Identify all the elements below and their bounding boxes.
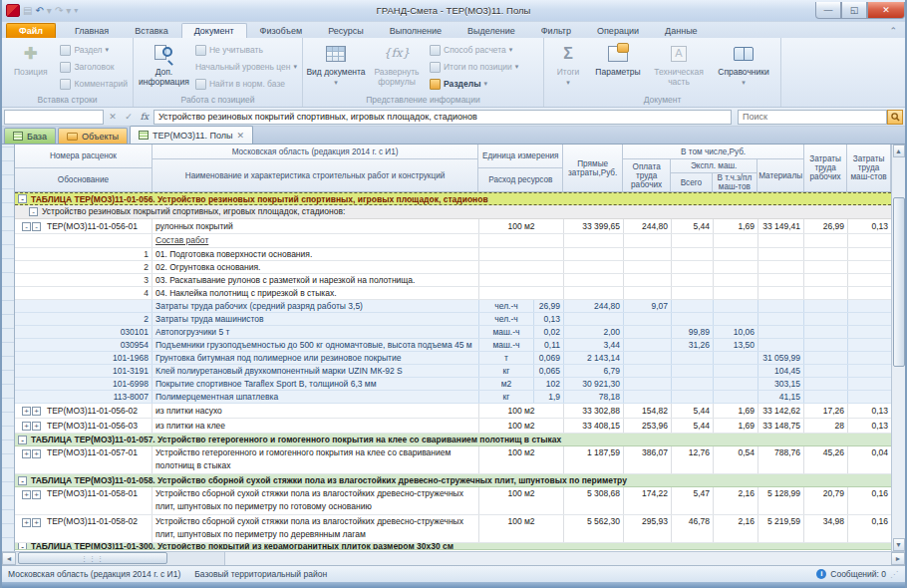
value-cell[interactable]: 2 143,14	[564, 352, 624, 364]
value-cell[interactable]: 104,45	[758, 365, 804, 377]
value-cell[interactable]: 244,80	[624, 219, 672, 233]
value-cell[interactable]: 1,69	[714, 419, 758, 433]
resource-code-cell[interactable]: 101-3191	[15, 365, 152, 377]
scroll-right-icon[interactable]: ►	[891, 552, 905, 565]
expand-icon[interactable]: +	[22, 449, 31, 458]
unit-cell[interactable]	[479, 234, 564, 247]
work-item-row[interactable]: 303. Раскатывание рулонов с разметкой и …	[15, 274, 891, 287]
value-cell[interactable]	[848, 234, 891, 247]
value-cell[interactable]: 0,13	[848, 219, 891, 233]
header-unit[interactable]: Единица измерения	[478, 145, 562, 168]
maximize-button[interactable]: ◱	[841, 2, 867, 19]
resource-unit-cell[interactable]: маш.-ч	[479, 339, 534, 351]
work-item-row[interactable]: 202. Огрунтовка основания.	[15, 261, 891, 274]
value-cell[interactable]	[758, 261, 804, 273]
expand-icon[interactable]: +	[32, 490, 41, 499]
expand-icon[interactable]: +	[22, 407, 31, 416]
header-labor-pay[interactable]: Оплата труда рабочих	[623, 159, 670, 191]
unit-cell[interactable]	[479, 248, 564, 260]
resource-qty-cell[interactable]: 1,9	[534, 391, 564, 403]
calc-method-button[interactable]: Способ расчета▾	[427, 43, 521, 57]
value-cell[interactable]: 1,69	[714, 219, 758, 233]
value-cell[interactable]	[714, 274, 758, 286]
value-cell[interactable]	[804, 248, 848, 260]
value-cell[interactable]: 386,07	[624, 446, 672, 473]
initial-price-button[interactable]: Начальный уровень цен▾	[192, 60, 300, 74]
value-cell[interactable]	[804, 352, 848, 364]
collapse-icon[interactable]: -	[18, 543, 27, 550]
work-num-cell[interactable]: 3	[15, 274, 152, 286]
value-cell[interactable]: 0,16	[848, 487, 891, 514]
value-cell[interactable]	[672, 287, 714, 299]
value-cell[interactable]: 33 142,62	[758, 404, 804, 418]
resource-qty-cell[interactable]: 0,065	[534, 365, 564, 377]
value-cell[interactable]: 0,13	[848, 419, 891, 433]
tab-base[interactable]: База	[4, 128, 56, 144]
value-cell[interactable]: 30 921,30	[564, 378, 624, 390]
value-cell[interactable]: 253,96	[624, 419, 672, 433]
position-code-cell[interactable]: ++ТЕР(МО3)11-01-058-01	[15, 487, 152, 514]
value-cell[interactable]	[714, 287, 758, 299]
collapse-icon[interactable]: -	[18, 436, 27, 444]
header-total[interactable]: Всего	[671, 173, 712, 191]
resource-unit-cell[interactable]: чел.-ч	[479, 313, 534, 325]
value-cell[interactable]	[672, 391, 714, 403]
cancel-icon[interactable]: ✕	[106, 112, 120, 122]
position-name-cell[interactable]: Устройство сборной сухой стяжки пола из …	[152, 515, 479, 542]
resource-code-cell[interactable]	[15, 300, 152, 312]
search-icon[interactable]	[887, 110, 903, 125]
value-cell[interactable]	[758, 339, 804, 351]
value-cell[interactable]	[624, 234, 672, 247]
resource-code-cell[interactable]: 030954	[15, 339, 152, 351]
value-cell[interactable]	[672, 300, 714, 312]
position-code-cell[interactable]: ++ТЕР(МО3)11-01-056-03	[15, 419, 152, 433]
value-cell[interactable]	[848, 300, 891, 312]
value-cell[interactable]	[624, 274, 672, 286]
value-cell[interactable]: 12,76	[672, 446, 714, 473]
position-row[interactable]: ++ТЕР(МО3)11-01-056-02из плитки насухо10…	[15, 404, 891, 419]
position-row[interactable]: ++ТЕР(МО3)11-01-056-03из плитки на клее1…	[15, 419, 891, 434]
value-cell[interactable]: 5 308,68	[564, 487, 624, 514]
confirm-icon[interactable]: ✓	[122, 112, 136, 122]
value-cell[interactable]: 6,79	[564, 365, 624, 377]
value-cell[interactable]: 5 219,59	[758, 515, 804, 542]
table-band-row[interactable]: -ТАБЛИЦА ТЕР(МО3)11-01-056. Устройство р…	[15, 192, 891, 205]
value-cell[interactable]	[624, 352, 672, 364]
value-cell[interactable]: 78,18	[564, 391, 624, 403]
value-cell[interactable]	[804, 326, 848, 338]
value-cell[interactable]: 2,16	[714, 515, 758, 542]
value-cell[interactable]: 13,50	[714, 339, 758, 351]
value-cell[interactable]	[714, 352, 758, 364]
value-cell[interactable]	[624, 313, 672, 325]
position-name-cell[interactable]: из плитки насухо	[152, 404, 479, 418]
table-band-row[interactable]: -ТАБЛИЦА ТЕР(МО3)11-01-057. Устройство г…	[15, 434, 891, 446]
code-cell[interactable]	[15, 234, 152, 247]
resource-qty-cell[interactable]: 0,11	[534, 339, 564, 351]
collapse-icon[interactable]: -	[18, 194, 27, 203]
resource-qty-cell[interactable]: 0,069	[534, 352, 564, 364]
references-button[interactable]: Справочники▾	[712, 40, 775, 94]
resource-qty-cell[interactable]: 0,13	[534, 313, 564, 325]
value-cell[interactable]	[848, 287, 891, 299]
position-totals-button[interactable]: Итоги по позиции▾	[427, 60, 521, 74]
value-cell[interactable]	[758, 234, 804, 247]
value-cell[interactable]	[672, 261, 714, 273]
close-button[interactable]: ✕	[867, 2, 905, 19]
value-cell[interactable]: 0,13	[848, 404, 891, 418]
extra-info-button[interactable]: Доп. информация	[136, 40, 192, 94]
works-link[interactable]: Состав работ	[155, 235, 208, 245]
scroll-down-icon[interactable]: ▼	[893, 538, 905, 551]
header-materials[interactable]: Материалы	[757, 159, 803, 191]
value-cell[interactable]: 33 399,65	[564, 219, 624, 233]
position-code-cell[interactable]: ++ТЕР(МО3)11-01-056-02	[15, 404, 152, 418]
value-cell[interactable]	[804, 287, 848, 299]
position-code-cell[interactable]: ++ТЕР(МО3)11-01-057-01	[15, 446, 152, 473]
value-cell[interactable]: 20,79	[804, 487, 848, 514]
value-cell[interactable]	[804, 339, 848, 351]
collapse-icon[interactable]: -	[18, 476, 27, 485]
tab-objects[interactable]: Объекты	[58, 128, 128, 144]
value-cell[interactable]: 2,16	[714, 487, 758, 514]
unit-cell[interactable]: 100 м2	[479, 515, 564, 542]
value-cell[interactable]	[624, 365, 672, 377]
value-cell[interactable]	[714, 365, 758, 377]
